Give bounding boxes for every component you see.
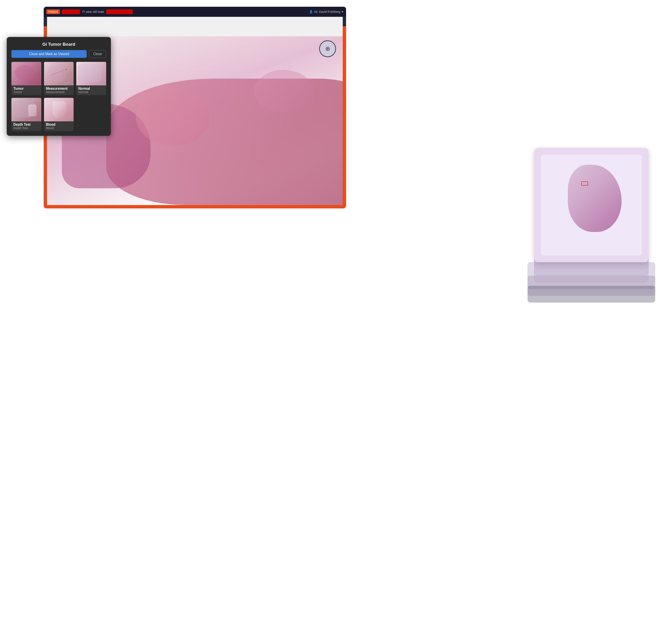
thumbnail-measurement[interactable]: Measurement Measurement [44,62,74,95]
close-panel-button[interactable]: Close [89,50,106,58]
top-bar-right: 👤 Dr. David Frishberg ▾ [309,10,343,14]
panel-buttons: Close and Mark as Viewed Close [12,50,106,58]
dropdown-arrow-icon[interactable]: ▾ [342,10,343,14]
slide-bottom-strip-3 [528,286,655,302]
blood-subtitle: Blood [46,126,72,130]
measurement-title: Measurement [46,87,72,91]
thumbnail-normal[interactable]: Normal Normal [76,62,106,95]
thumbnail-blood-label: Blood Blood [44,121,74,131]
slide-stack [528,141,655,293]
patient-id-redacted: ████ [62,9,80,14]
thumbnail-depth-img [12,98,41,121]
blood-title: Blood [46,123,72,126]
slide-red-box [581,181,588,185]
slide-main-tissue [568,165,622,232]
normal-tissue [78,63,101,82]
patient-info: 77 year old male [82,10,104,14]
thumbnails-grid: Tumor Tumor Measurement Measurement Norm… [12,62,106,131]
normal-title: Normal [78,87,104,91]
thumbnail-blood-img [44,98,74,121]
blood-tissue [53,101,66,118]
thumbnail-blood[interactable]: Blood Blood [44,98,74,131]
top-bar: Patient ████ 77 year old male ████████ 👤… [44,7,346,17]
depth-subtitle: Depth Test [14,126,39,130]
normal-subtitle: Normal [78,91,104,94]
top-bar-left: Patient ████ 77 year old male ████████ [46,9,306,14]
patient-pill: Patient [46,9,60,14]
tumor-tissue [15,65,35,80]
tissue-detail-2 [254,70,313,112]
tumor-subtitle: Tumor [14,91,39,94]
case-id-redacted: ████████ [106,9,133,14]
compass[interactable]: ⊕ [319,40,336,57]
thumbnail-measurement-label: Measurement Measurement [44,85,74,95]
depth-tissue-2 [28,104,37,116]
thumbnail-depth-label: Depth Test Depth Test [12,121,41,131]
doctor-name: Dr. David Frishberg [314,10,340,14]
person-icon: 👤 [309,10,313,14]
tumor-title: Tumor [14,87,39,91]
depth-title: Depth Test [14,123,39,126]
measurement-tissue [47,65,66,82]
slide-main[interactable] [534,148,649,262]
thumbnail-tumor[interactable]: Tumor Tumor [12,62,41,95]
thumbnail-tumor-img [12,62,41,85]
thumbnail-depth-test[interactable]: Depth Test Depth Test [12,98,41,131]
measurement-subtitle: Measurement [46,91,72,94]
compass-icon: ⊕ [325,45,330,53]
thumbnail-measurement-img [44,62,74,85]
slide-main-inner [541,155,642,256]
tissue-detail-1 [136,87,210,146]
thumbnail-tumor-label: Tumor Tumor [12,85,41,95]
thumbnail-normal-label: Normal Normal [76,85,106,95]
panel-title: Gi Tumor Board [12,42,106,47]
tumor-board-panel: Gi Tumor Board Close and Mark as Viewed … [7,37,111,136]
thumbnail-normal-img [76,62,106,85]
mark-viewed-button[interactable]: Close and Mark as Viewed [12,50,87,58]
